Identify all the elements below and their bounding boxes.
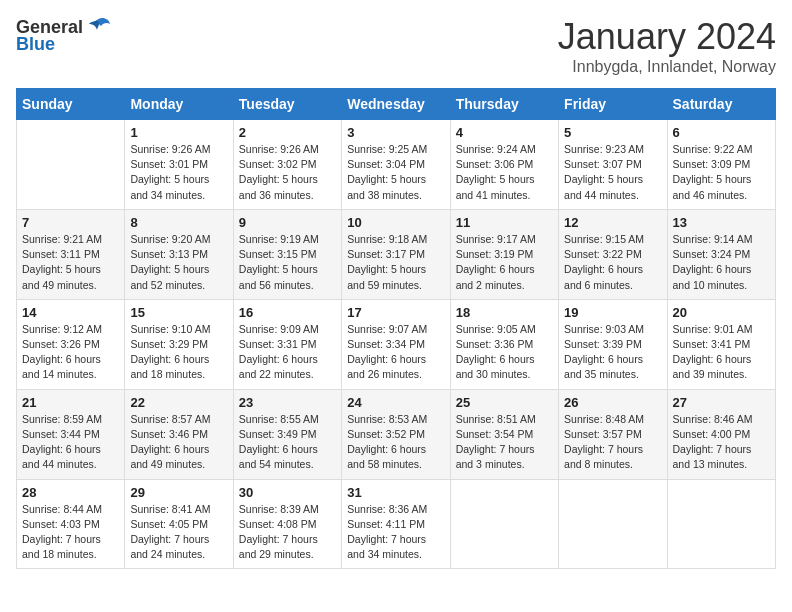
day-number: 8 [130,215,227,230]
day-number: 22 [130,395,227,410]
day-number: 26 [564,395,661,410]
calendar-cell [559,479,667,569]
day-info: Sunrise: 8:53 AMSunset: 3:52 PMDaylight:… [347,412,444,473]
logo: General Blue [16,16,111,55]
calendar-cell: 15Sunrise: 9:10 AMSunset: 3:29 PMDayligh… [125,299,233,389]
calendar-cell: 13Sunrise: 9:14 AMSunset: 3:24 PMDayligh… [667,209,775,299]
day-number: 12 [564,215,661,230]
calendar-cell: 3Sunrise: 9:25 AMSunset: 3:04 PMDaylight… [342,120,450,210]
day-info: Sunrise: 9:24 AMSunset: 3:06 PMDaylight:… [456,142,553,203]
day-info: Sunrise: 9:14 AMSunset: 3:24 PMDaylight:… [673,232,770,293]
calendar-cell: 4Sunrise: 9:24 AMSunset: 3:06 PMDaylight… [450,120,558,210]
day-info: Sunrise: 9:23 AMSunset: 3:07 PMDaylight:… [564,142,661,203]
calendar-cell: 25Sunrise: 8:51 AMSunset: 3:54 PMDayligh… [450,389,558,479]
day-info: Sunrise: 9:20 AMSunset: 3:13 PMDaylight:… [130,232,227,293]
day-number: 3 [347,125,444,140]
calendar-cell: 10Sunrise: 9:18 AMSunset: 3:17 PMDayligh… [342,209,450,299]
day-number: 17 [347,305,444,320]
page-header: General Blue January 2024 Innbygda, Innl… [16,16,776,76]
month-title: January 2024 [558,16,776,58]
weekday-header-wednesday: Wednesday [342,89,450,120]
calendar-cell: 20Sunrise: 9:01 AMSunset: 3:41 PMDayligh… [667,299,775,389]
day-info: Sunrise: 9:15 AMSunset: 3:22 PMDaylight:… [564,232,661,293]
location-title: Innbygda, Innlandet, Norway [558,58,776,76]
calendar-cell: 11Sunrise: 9:17 AMSunset: 3:19 PMDayligh… [450,209,558,299]
calendar-cell: 5Sunrise: 9:23 AMSunset: 3:07 PMDaylight… [559,120,667,210]
day-info: Sunrise: 8:46 AMSunset: 4:00 PMDaylight:… [673,412,770,473]
day-info: Sunrise: 9:03 AMSunset: 3:39 PMDaylight:… [564,322,661,383]
calendar-cell: 28Sunrise: 8:44 AMSunset: 4:03 PMDayligh… [17,479,125,569]
day-number: 1 [130,125,227,140]
weekday-header-thursday: Thursday [450,89,558,120]
calendar-cell: 23Sunrise: 8:55 AMSunset: 3:49 PMDayligh… [233,389,341,479]
calendar-cell: 14Sunrise: 9:12 AMSunset: 3:26 PMDayligh… [17,299,125,389]
day-info: Sunrise: 9:21 AMSunset: 3:11 PMDaylight:… [22,232,119,293]
week-row-2: 7Sunrise: 9:21 AMSunset: 3:11 PMDaylight… [17,209,776,299]
day-info: Sunrise: 9:10 AMSunset: 3:29 PMDaylight:… [130,322,227,383]
day-number: 30 [239,485,336,500]
day-info: Sunrise: 9:09 AMSunset: 3:31 PMDaylight:… [239,322,336,383]
calendar-cell: 29Sunrise: 8:41 AMSunset: 4:05 PMDayligh… [125,479,233,569]
week-row-5: 28Sunrise: 8:44 AMSunset: 4:03 PMDayligh… [17,479,776,569]
calendar-cell: 30Sunrise: 8:39 AMSunset: 4:08 PMDayligh… [233,479,341,569]
day-number: 28 [22,485,119,500]
day-info: Sunrise: 9:19 AMSunset: 3:15 PMDaylight:… [239,232,336,293]
day-number: 21 [22,395,119,410]
day-info: Sunrise: 8:59 AMSunset: 3:44 PMDaylight:… [22,412,119,473]
calendar-cell: 21Sunrise: 8:59 AMSunset: 3:44 PMDayligh… [17,389,125,479]
day-number: 13 [673,215,770,230]
day-number: 2 [239,125,336,140]
calendar-cell: 6Sunrise: 9:22 AMSunset: 3:09 PMDaylight… [667,120,775,210]
weekday-header-sunday: Sunday [17,89,125,120]
day-number: 18 [456,305,553,320]
logo-blue-text: Blue [16,34,55,55]
calendar-cell: 27Sunrise: 8:46 AMSunset: 4:00 PMDayligh… [667,389,775,479]
day-info: Sunrise: 8:44 AMSunset: 4:03 PMDaylight:… [22,502,119,563]
weekday-header-friday: Friday [559,89,667,120]
calendar-cell: 2Sunrise: 9:26 AMSunset: 3:02 PMDaylight… [233,120,341,210]
logo-bird-icon [83,16,111,38]
day-info: Sunrise: 8:39 AMSunset: 4:08 PMDaylight:… [239,502,336,563]
day-info: Sunrise: 9:07 AMSunset: 3:34 PMDaylight:… [347,322,444,383]
day-info: Sunrise: 9:12 AMSunset: 3:26 PMDaylight:… [22,322,119,383]
day-info: Sunrise: 8:57 AMSunset: 3:46 PMDaylight:… [130,412,227,473]
calendar-cell: 16Sunrise: 9:09 AMSunset: 3:31 PMDayligh… [233,299,341,389]
day-number: 15 [130,305,227,320]
day-number: 10 [347,215,444,230]
calendar-cell: 8Sunrise: 9:20 AMSunset: 3:13 PMDaylight… [125,209,233,299]
weekday-header-tuesday: Tuesday [233,89,341,120]
day-number: 25 [456,395,553,410]
calendar-cell [667,479,775,569]
day-number: 5 [564,125,661,140]
calendar-cell: 24Sunrise: 8:53 AMSunset: 3:52 PMDayligh… [342,389,450,479]
day-info: Sunrise: 9:17 AMSunset: 3:19 PMDaylight:… [456,232,553,293]
week-row-3: 14Sunrise: 9:12 AMSunset: 3:26 PMDayligh… [17,299,776,389]
calendar-cell: 19Sunrise: 9:03 AMSunset: 3:39 PMDayligh… [559,299,667,389]
day-number: 31 [347,485,444,500]
calendar-cell: 9Sunrise: 9:19 AMSunset: 3:15 PMDaylight… [233,209,341,299]
calendar-cell: 7Sunrise: 9:21 AMSunset: 3:11 PMDaylight… [17,209,125,299]
day-info: Sunrise: 9:25 AMSunset: 3:04 PMDaylight:… [347,142,444,203]
day-number: 20 [673,305,770,320]
week-row-4: 21Sunrise: 8:59 AMSunset: 3:44 PMDayligh… [17,389,776,479]
day-number: 11 [456,215,553,230]
calendar-table: SundayMondayTuesdayWednesdayThursdayFrid… [16,88,776,569]
day-number: 14 [22,305,119,320]
day-number: 19 [564,305,661,320]
day-info: Sunrise: 9:05 AMSunset: 3:36 PMDaylight:… [456,322,553,383]
weekday-header-monday: Monday [125,89,233,120]
day-number: 4 [456,125,553,140]
day-number: 29 [130,485,227,500]
day-info: Sunrise: 9:26 AMSunset: 3:01 PMDaylight:… [130,142,227,203]
day-number: 23 [239,395,336,410]
calendar-cell: 26Sunrise: 8:48 AMSunset: 3:57 PMDayligh… [559,389,667,479]
day-number: 7 [22,215,119,230]
day-info: Sunrise: 8:36 AMSunset: 4:11 PMDaylight:… [347,502,444,563]
day-info: Sunrise: 9:22 AMSunset: 3:09 PMDaylight:… [673,142,770,203]
day-number: 27 [673,395,770,410]
day-info: Sunrise: 8:41 AMSunset: 4:05 PMDaylight:… [130,502,227,563]
day-number: 24 [347,395,444,410]
calendar-cell [450,479,558,569]
day-number: 6 [673,125,770,140]
day-info: Sunrise: 9:18 AMSunset: 3:17 PMDaylight:… [347,232,444,293]
